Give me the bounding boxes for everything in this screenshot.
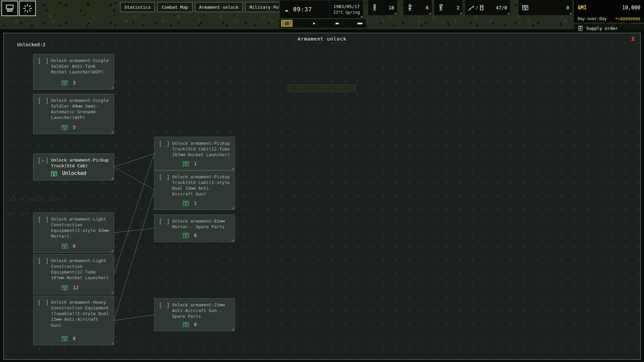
armament-unlock-modal: Lack of medical point Unit List []Unlock… [3, 33, 641, 360]
speed-controls: ▶ ▶▶ ▶▶▶ [279, 19, 366, 28]
unlocked-count-label: Unlocked:2 [17, 42, 45, 47]
nav-statistics-button[interactable]: Statistics [120, 2, 155, 12]
game-date: 1983/05/17 [333, 4, 360, 9]
reserve-counter[interactable]: 6 [404, 0, 432, 15]
modal-title: Armament unlock [4, 36, 640, 42]
top-nav: Statistics Combat Map Armament unlock Mi… [120, 2, 293, 12]
corner-fold [231, 239, 234, 241]
corner-fold [111, 342, 113, 345]
supply-order-icon [578, 25, 583, 32]
corner-fold [111, 249, 113, 252]
reserve-count-icon [407, 4, 413, 11]
pause-icon [285, 22, 286, 25]
unlock-checkbox: [] [38, 257, 49, 265]
tech-node-n9[interactable]: []Unlock armament-Heavy Construction Equ… [33, 296, 114, 345]
node-count: 5 [73, 124, 75, 130]
stock-crate-icon [182, 321, 190, 328]
tech-node-n5[interactable]: []Unlock armament-Pickup Truck(Std Cab)(… [154, 170, 235, 210]
unlock-checkbox: [] [38, 57, 49, 65]
supply-crate-counter[interactable]: 0 [519, 0, 572, 15]
officer-counter[interactable]: 2 [434, 0, 463, 15]
play-button[interactable]: ▶ [308, 20, 321, 27]
game-time: 09:37 [293, 6, 312, 13]
tech-node-n6[interactable]: []Unlock armament-82мм Mortar - Spare Pa… [154, 215, 235, 242]
node-count: 8 [73, 336, 75, 342]
tech-node-n1[interactable]: []Unlock armament-Single Soldier Anti-Ta… [33, 54, 114, 89]
currency-label: GMI [578, 5, 587, 11]
corner-fold [111, 86, 113, 89]
unlock-checkbox: [✓] [38, 157, 49, 165]
nav-armament-unlock-button[interactable]: Armament unlock [195, 2, 243, 12]
stock-crate-icon [182, 232, 190, 239]
nav-combat-map-button[interactable]: Combat Map [157, 2, 192, 12]
node-layer: []Unlock armament-Single Soldier Anti-Ta… [4, 33, 640, 359]
stock-crate-icon [61, 79, 68, 86]
check-icon: ✓ [41, 158, 45, 165]
unlock-checkbox: [] [159, 218, 170, 225]
magazine-icon [479, 4, 484, 11]
fast-forward-button[interactable]: ▶▶ [330, 20, 344, 27]
day-over-day-label: Day-over-Day [578, 16, 607, 21]
reserve-count: 6 [426, 5, 429, 10]
node-count: 1 [194, 161, 197, 167]
clock-panel: ☁ 09:37 1983/05/17 23°C Spring [279, 0, 364, 18]
unlock-checkbox: [] [159, 302, 170, 309]
unlock-checkbox: [] [38, 97, 49, 105]
node-count: 1 [194, 200, 197, 206]
node-count: 0 [194, 232, 197, 238]
node-count: 12 [73, 285, 78, 291]
corner-fold [231, 206, 234, 209]
corner-fold [231, 328, 234, 330]
unlock-checkbox: [] [159, 174, 170, 181]
tech-node-n3[interactable]: [✓]Unlock armament-Pickup Truck(Std Cab)… [33, 154, 114, 180]
economy-panel: GMI 10,000 Day-over-Day *+99999999 Suppl… [574, 0, 644, 33]
tech-node-n2[interactable]: []Unlock armament-Single Soldier 40мм Se… [33, 94, 114, 134]
stock-crate-icon [61, 284, 68, 291]
infantry-count-icon [371, 4, 378, 11]
supply-crate-icon [522, 4, 529, 11]
supply-crate-count: 0 [567, 5, 569, 10]
infantry-counter[interactable]: 18 [368, 0, 397, 15]
node-count: 6 [73, 243, 75, 249]
slash-separator: / [476, 5, 478, 10]
stock-crate-icon [182, 200, 190, 206]
battle-alert-icon [22, 3, 33, 13]
tech-node-n8[interactable]: []Unlock armament-Light Construction Equ… [33, 254, 114, 294]
node-count: 0 [194, 321, 197, 327]
unlock-checkbox: [] [159, 140, 170, 147]
pause-button[interactable] [281, 20, 292, 27]
corner-fold [111, 177, 113, 180]
weather-icon: ☁ [280, 6, 293, 13]
stock-crate-icon [61, 243, 68, 249]
tech-node-n10[interactable]: []Unlock armament-23мм Anti-Aircraft Gun… [154, 298, 235, 331]
tech-node-n7[interactable]: []Unlock armament-Light Construction Equ… [33, 213, 114, 253]
stock-crate-icon [61, 335, 68, 342]
stock-crate-icon [50, 170, 58, 177]
command-console-icon [5, 3, 15, 13]
corner-fold [231, 167, 234, 170]
weapon-ammo-counter[interactable]: / 47/0 [465, 0, 510, 15]
unlock-checkbox: [] [38, 299, 49, 306]
command-console-button[interactable] [1, 1, 18, 16]
rifle-icon [468, 4, 475, 11]
node-count: 3 [73, 80, 75, 86]
supply-order-button[interactable]: Supply order [574, 24, 644, 33]
fastest-forward-button[interactable]: ▶▶▶ [351, 20, 369, 27]
weapon-ammo-count: 47/0 [496, 5, 507, 10]
supply-order-label: Supply order [586, 26, 618, 31]
corner-fold [111, 291, 113, 294]
corner-fold [111, 131, 113, 133]
node-count: Unlocked [62, 170, 86, 177]
unlock-checkbox: [] [38, 216, 49, 223]
tech-node-n4[interactable]: []Unlock armament-Pickup Truck(Std Cab)(… [154, 137, 235, 170]
currency-balance: 10,000 [622, 5, 640, 11]
close-icon[interactable]: X [631, 35, 635, 43]
stock-crate-icon [61, 124, 68, 131]
temperature-season: 23°C Spring [333, 10, 360, 15]
officer-count-icon [437, 4, 444, 11]
officer-count: 2 [457, 5, 460, 10]
battle-alert-button[interactable] [19, 1, 36, 16]
day-over-day-value: *+99999999 [615, 16, 640, 21]
infantry-count: 18 [388, 5, 394, 10]
top-hud: Statistics Combat Map Armament unlock Mi… [0, 0, 644, 33]
